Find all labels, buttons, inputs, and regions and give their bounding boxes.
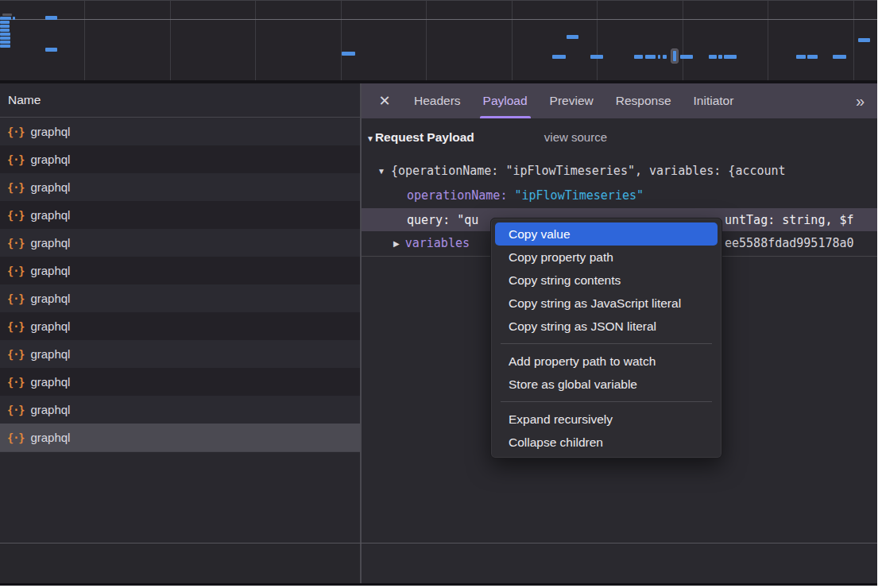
devtools-screenshot: Name {·}graphql{·}graphql{·}graphql{·}gr… bbox=[0, 0, 882, 588]
request-row[interactable]: {·}graphql bbox=[0, 284, 360, 312]
waterfall-bar bbox=[13, 17, 15, 20]
context-menu: Copy valueCopy property pathCopy string … bbox=[490, 218, 722, 458]
waterfall-bar bbox=[663, 55, 667, 59]
waterfall-bar bbox=[807, 55, 818, 59]
menu-item-add-property-path-to-watch[interactable]: Add property path to watch bbox=[495, 350, 718, 373]
collapsed-triangle-icon[interactable]: ▶ bbox=[362, 239, 400, 248]
request-name-label: graphql bbox=[30, 264, 70, 277]
view-source-link[interactable]: view source bbox=[544, 130, 607, 144]
menu-item-copy-string-as-json-literal[interactable]: Copy string as JSON literal bbox=[495, 315, 718, 338]
waterfall-bar bbox=[45, 48, 57, 52]
request-row[interactable]: {·}graphql bbox=[0, 229, 360, 257]
request-row[interactable]: {·}graphql bbox=[0, 118, 360, 145]
json-braces-icon: {·} bbox=[7, 181, 24, 194]
request-row[interactable]: {·}graphql bbox=[0, 145, 360, 173]
overview-gridline bbox=[512, 1, 513, 80]
name-column-header[interactable]: Name bbox=[0, 83, 360, 118]
collapse-triangle-icon: ▼ bbox=[366, 134, 374, 143]
menu-item-copy-string-contents[interactable]: Copy string contents bbox=[495, 269, 718, 292]
request-row[interactable]: {·}graphql bbox=[0, 396, 360, 424]
json-braces-icon: {·} bbox=[7, 209, 24, 222]
overview-gridline bbox=[426, 1, 427, 80]
tab-headers[interactable]: Headers bbox=[403, 83, 472, 118]
request-name-label: graphql bbox=[30, 292, 70, 305]
devtools-network-panel: Name {·}graphql{·}graphql{·}graphql{·}gr… bbox=[0, 0, 877, 586]
details-tabbar: ✕ HeadersPayloadPreviewResponseInitiator… bbox=[362, 83, 877, 118]
request-name-label: graphql bbox=[30, 403, 70, 416]
json-string-value: "ipFlowTimeseries" bbox=[514, 188, 644, 203]
waterfall-bar bbox=[796, 55, 806, 59]
tabs-container: HeadersPayloadPreviewResponseInitiator bbox=[403, 83, 745, 118]
request-payload-section-header[interactable]: ▼ Request Payload view source bbox=[366, 130, 607, 145]
request-row[interactable]: {·}graphql bbox=[0, 173, 360, 201]
query-row-right-text: untTag: string, $f bbox=[725, 208, 854, 231]
request-row[interactable]: {·}graphql bbox=[0, 201, 360, 229]
menu-item-expand-recursively[interactable]: Expand recursively bbox=[495, 408, 718, 431]
waterfall-bar bbox=[0, 17, 11, 20]
request-row[interactable]: {·}graphql bbox=[0, 424, 360, 451]
tab-label: Initiator bbox=[694, 94, 734, 108]
overview-row-divider bbox=[0, 19, 877, 20]
operation-name-row[interactable]: operationName: "ipFlowTimeseries" bbox=[362, 184, 877, 207]
waterfall-bar bbox=[0, 41, 10, 44]
menu-separator bbox=[501, 401, 712, 402]
overview-gridline bbox=[341, 1, 342, 80]
waterfall-bar bbox=[833, 55, 846, 59]
tab-payload[interactable]: Payload bbox=[472, 83, 539, 118]
payload-root-row[interactable]: ▼ {operationName: "ipFlowTimeseries", va… bbox=[362, 159, 877, 183]
request-row[interactable]: {·}graphql bbox=[0, 368, 360, 396]
requests-panel: Name {·}graphql{·}graphql{·}graphql{·}gr… bbox=[0, 83, 360, 543]
tab-label: Response bbox=[616, 94, 671, 108]
menu-separator bbox=[501, 343, 712, 344]
waterfall-bar bbox=[342, 52, 355, 56]
request-name-label: graphql bbox=[30, 375, 70, 389]
tab-initiator[interactable]: Initiator bbox=[683, 83, 745, 118]
menu-item-collapse-children[interactable]: Collapse children bbox=[495, 431, 718, 454]
network-overview-timeline[interactable] bbox=[0, 0, 877, 80]
request-row[interactable]: {·}graphql bbox=[0, 257, 360, 284]
overview-gridline bbox=[853, 1, 854, 80]
selected-request-marker-bar bbox=[673, 51, 676, 61]
json-braces-icon: {·} bbox=[7, 320, 24, 333]
bottom-edge-bar bbox=[0, 583, 877, 586]
request-name-label: graphql bbox=[30, 208, 70, 222]
menu-item-copy-value[interactable]: Copy value bbox=[495, 222, 718, 246]
menu-item-copy-string-as-javascript-literal[interactable]: Copy string as JavaScript literal bbox=[495, 292, 718, 315]
tab-response[interactable]: Response bbox=[605, 83, 683, 118]
tab-label: Headers bbox=[414, 94, 461, 108]
request-row[interactable]: {·}graphql bbox=[0, 312, 360, 340]
more-tabs-icon[interactable]: » bbox=[856, 92, 877, 110]
request-name-label: graphql bbox=[30, 319, 70, 333]
json-braces-icon: {·} bbox=[7, 404, 24, 416]
request-row[interactable]: {·}graphql bbox=[0, 340, 360, 368]
json-braces-icon: {·} bbox=[7, 292, 24, 305]
waterfall-bar bbox=[552, 55, 566, 59]
request-name-label: graphql bbox=[30, 180, 70, 194]
waterfall-bar bbox=[718, 55, 722, 59]
payload-root-preview: {operationName: "ipFlowTimeseries", vari… bbox=[385, 164, 786, 178]
menu-item-copy-property-path[interactable]: Copy property path bbox=[495, 246, 718, 269]
tab-label: Preview bbox=[550, 94, 594, 108]
overview-gridline bbox=[170, 1, 171, 80]
waterfall-bar bbox=[0, 37, 10, 40]
request-name-label: graphql bbox=[30, 431, 70, 444]
waterfall-bar bbox=[0, 29, 10, 32]
summary-bar-divider bbox=[0, 543, 877, 544]
waterfall-bar bbox=[680, 55, 693, 59]
overview-gridline bbox=[683, 1, 683, 80]
json-braces-icon: {·} bbox=[7, 431, 24, 444]
json-key: operationName: bbox=[362, 188, 514, 203]
close-icon[interactable]: ✕ bbox=[373, 92, 397, 110]
json-braces-icon: {·} bbox=[7, 376, 24, 389]
json-braces-icon: {·} bbox=[7, 348, 24, 361]
overview-gridline bbox=[84, 1, 85, 80]
tab-preview[interactable]: Preview bbox=[539, 83, 605, 118]
overview-gridline bbox=[768, 1, 768, 80]
section-title: Request Payload bbox=[375, 130, 474, 145]
waterfall-bar bbox=[567, 35, 578, 39]
waterfall-bar bbox=[0, 33, 10, 36]
menu-item-store-as-global-variable[interactable]: Store as global variable bbox=[495, 373, 718, 396]
overview-gridline bbox=[597, 1, 598, 80]
name-column-label: Name bbox=[8, 93, 41, 107]
expanded-triangle-icon[interactable]: ▼ bbox=[362, 167, 385, 176]
